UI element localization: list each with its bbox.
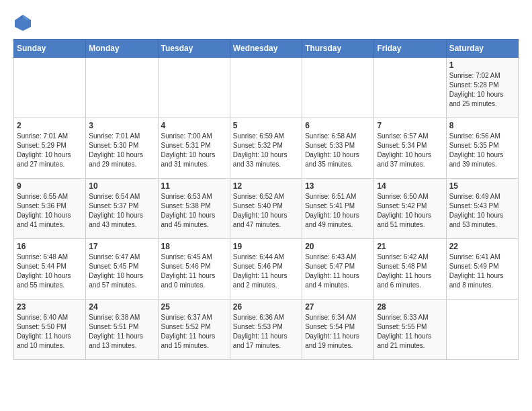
day-number: 26	[233, 302, 299, 312]
calendar-cell: 9Sunrise: 6:55 AM Sunset: 5:36 PM Daylig…	[14, 179, 86, 239]
calendar-cell	[374, 58, 446, 118]
weekday-header-row: SundayMondayTuesdayWednesdayThursdayFrid…	[14, 40, 519, 58]
week-row-3: 9Sunrise: 6:55 AM Sunset: 5:36 PM Daylig…	[14, 179, 519, 239]
calendar-cell: 24Sunrise: 6:38 AM Sunset: 5:51 PM Dayli…	[86, 300, 158, 360]
day-info: Sunrise: 6:48 AM Sunset: 5:44 PM Dayligh…	[17, 253, 83, 290]
day-number: 4	[161, 121, 227, 130]
day-number: 10	[89, 181, 154, 191]
day-info: Sunrise: 6:55 AM Sunset: 5:36 PM Dayligh…	[17, 192, 83, 230]
calendar-cell: 26Sunrise: 6:36 AM Sunset: 5:53 PM Dayli…	[230, 300, 302, 360]
calendar-cell: 11Sunrise: 6:53 AM Sunset: 5:38 PM Dayli…	[158, 179, 230, 239]
calendar-cell: 13Sunrise: 6:51 AM Sunset: 5:41 PM Dayli…	[302, 179, 374, 239]
day-number: 25	[161, 302, 227, 312]
day-info: Sunrise: 6:44 AM Sunset: 5:46 PM Dayligh…	[233, 253, 299, 290]
day-number: 13	[305, 181, 371, 191]
calendar-cell: 12Sunrise: 6:52 AM Sunset: 5:40 PM Dayli…	[230, 179, 302, 239]
calendar-cell: 15Sunrise: 6:49 AM Sunset: 5:43 PM Dayli…	[446, 179, 518, 239]
calendar-cell: 27Sunrise: 6:34 AM Sunset: 5:54 PM Dayli…	[302, 300, 374, 360]
day-info: Sunrise: 6:59 AM Sunset: 5:32 PM Dayligh…	[233, 132, 299, 169]
day-info: Sunrise: 6:52 AM Sunset: 5:40 PM Dayligh…	[233, 192, 299, 230]
day-info: Sunrise: 6:53 AM Sunset: 5:38 PM Dayligh…	[161, 192, 227, 230]
week-row-1: 1Sunrise: 7:02 AM Sunset: 5:28 PM Daylig…	[14, 58, 519, 118]
weekday-header-monday: Monday	[86, 40, 158, 58]
calendar-cell: 14Sunrise: 6:50 AM Sunset: 5:42 PM Dayli…	[374, 179, 446, 239]
calendar-cell: 6Sunrise: 6:58 AM Sunset: 5:33 PM Daylig…	[302, 118, 374, 179]
calendar-cell	[230, 58, 302, 118]
calendar-cell	[446, 300, 518, 360]
weekday-header-tuesday: Tuesday	[158, 40, 230, 58]
calendar-cell: 19Sunrise: 6:44 AM Sunset: 5:46 PM Dayli…	[230, 239, 302, 300]
day-number: 14	[377, 181, 443, 191]
day-info: Sunrise: 7:01 AM Sunset: 5:30 PM Dayligh…	[89, 132, 154, 169]
calendar-cell: 21Sunrise: 6:42 AM Sunset: 5:48 PM Dayli…	[374, 239, 446, 300]
day-number: 22	[449, 242, 515, 251]
day-info: Sunrise: 6:50 AM Sunset: 5:42 PM Dayligh…	[377, 192, 443, 230]
day-info: Sunrise: 6:36 AM Sunset: 5:53 PM Dayligh…	[233, 313, 299, 351]
day-info: Sunrise: 6:51 AM Sunset: 5:41 PM Dayligh…	[305, 192, 371, 230]
day-info: Sunrise: 6:34 AM Sunset: 5:54 PM Dayligh…	[305, 313, 371, 351]
week-row-2: 2Sunrise: 7:01 AM Sunset: 5:29 PM Daylig…	[14, 118, 519, 179]
day-number: 20	[305, 242, 371, 251]
day-number: 1	[449, 60, 515, 70]
day-info: Sunrise: 6:56 AM Sunset: 5:35 PM Dayligh…	[449, 132, 515, 169]
day-number: 6	[305, 121, 371, 130]
calendar-cell: 28Sunrise: 6:33 AM Sunset: 5:55 PM Dayli…	[374, 300, 446, 360]
calendar-cell: 17Sunrise: 6:47 AM Sunset: 5:45 PM Dayli…	[86, 239, 158, 300]
day-number: 9	[17, 181, 83, 191]
day-number: 17	[89, 242, 154, 251]
day-info: Sunrise: 6:42 AM Sunset: 5:48 PM Dayligh…	[377, 253, 443, 290]
calendar-cell: 23Sunrise: 6:40 AM Sunset: 5:50 PM Dayli…	[14, 300, 86, 360]
day-info: Sunrise: 6:54 AM Sunset: 5:37 PM Dayligh…	[89, 192, 154, 230]
logo	[13, 13, 35, 32]
day-number: 16	[17, 242, 83, 251]
day-info: Sunrise: 7:02 AM Sunset: 5:28 PM Dayligh…	[449, 71, 515, 109]
day-info: Sunrise: 6:37 AM Sunset: 5:52 PM Dayligh…	[161, 313, 227, 351]
calendar-cell: 25Sunrise: 6:37 AM Sunset: 5:52 PM Dayli…	[158, 300, 230, 360]
calendar-cell: 20Sunrise: 6:43 AM Sunset: 5:47 PM Dayli…	[302, 239, 374, 300]
day-number: 18	[161, 242, 227, 251]
calendar-cell: 7Sunrise: 6:57 AM Sunset: 5:34 PM Daylig…	[374, 118, 446, 179]
calendar-cell: 18Sunrise: 6:45 AM Sunset: 5:46 PM Dayli…	[158, 239, 230, 300]
week-row-5: 23Sunrise: 6:40 AM Sunset: 5:50 PM Dayli…	[14, 300, 519, 360]
day-info: Sunrise: 6:58 AM Sunset: 5:33 PM Dayligh…	[305, 132, 371, 169]
week-row-4: 16Sunrise: 6:48 AM Sunset: 5:44 PM Dayli…	[14, 239, 519, 300]
day-number: 5	[233, 121, 299, 130]
calendar-cell: 4Sunrise: 7:00 AM Sunset: 5:31 PM Daylig…	[158, 118, 230, 179]
calendar-cell	[14, 58, 86, 118]
weekday-header-friday: Friday	[374, 40, 446, 58]
day-info: Sunrise: 6:41 AM Sunset: 5:49 PM Dayligh…	[449, 253, 515, 290]
calendar-cell: 10Sunrise: 6:54 AM Sunset: 5:37 PM Dayli…	[86, 179, 158, 239]
day-info: Sunrise: 6:43 AM Sunset: 5:47 PM Dayligh…	[305, 253, 371, 290]
day-info: Sunrise: 6:40 AM Sunset: 5:50 PM Dayligh…	[17, 313, 83, 351]
day-number: 23	[17, 302, 83, 312]
day-number: 15	[449, 181, 515, 191]
weekday-header-wednesday: Wednesday	[230, 40, 302, 58]
day-number: 21	[377, 242, 443, 251]
calendar-cell: 22Sunrise: 6:41 AM Sunset: 5:49 PM Dayli…	[446, 239, 518, 300]
day-number: 8	[449, 121, 515, 130]
day-number: 19	[233, 242, 299, 251]
day-number: 7	[377, 121, 443, 130]
day-number: 12	[233, 181, 299, 191]
calendar-cell: 2Sunrise: 7:01 AM Sunset: 5:29 PM Daylig…	[14, 118, 86, 179]
calendar-table: SundayMondayTuesdayWednesdayThursdayFrid…	[13, 39, 519, 360]
calendar-cell: 1Sunrise: 7:02 AM Sunset: 5:28 PM Daylig…	[446, 58, 518, 118]
day-number: 3	[89, 121, 154, 130]
day-info: Sunrise: 6:57 AM Sunset: 5:34 PM Dayligh…	[377, 132, 443, 169]
page-header	[13, 13, 519, 32]
day-info: Sunrise: 6:47 AM Sunset: 5:45 PM Dayligh…	[89, 253, 154, 290]
weekday-header-sunday: Sunday	[14, 40, 86, 58]
calendar-cell	[302, 58, 374, 118]
day-info: Sunrise: 6:45 AM Sunset: 5:46 PM Dayligh…	[161, 253, 227, 290]
weekday-header-saturday: Saturday	[446, 40, 518, 58]
day-number: 27	[305, 302, 371, 312]
logo-icon	[13, 13, 32, 32]
day-info: Sunrise: 6:38 AM Sunset: 5:51 PM Dayligh…	[89, 313, 154, 351]
day-number: 24	[89, 302, 154, 312]
day-info: Sunrise: 7:00 AM Sunset: 5:31 PM Dayligh…	[161, 132, 227, 169]
calendar-cell: 3Sunrise: 7:01 AM Sunset: 5:30 PM Daylig…	[86, 118, 158, 179]
day-info: Sunrise: 6:33 AM Sunset: 5:55 PM Dayligh…	[377, 313, 443, 351]
day-number: 28	[377, 302, 443, 312]
calendar-cell: 5Sunrise: 6:59 AM Sunset: 5:32 PM Daylig…	[230, 118, 302, 179]
calendar-cell: 16Sunrise: 6:48 AM Sunset: 5:44 PM Dayli…	[14, 239, 86, 300]
